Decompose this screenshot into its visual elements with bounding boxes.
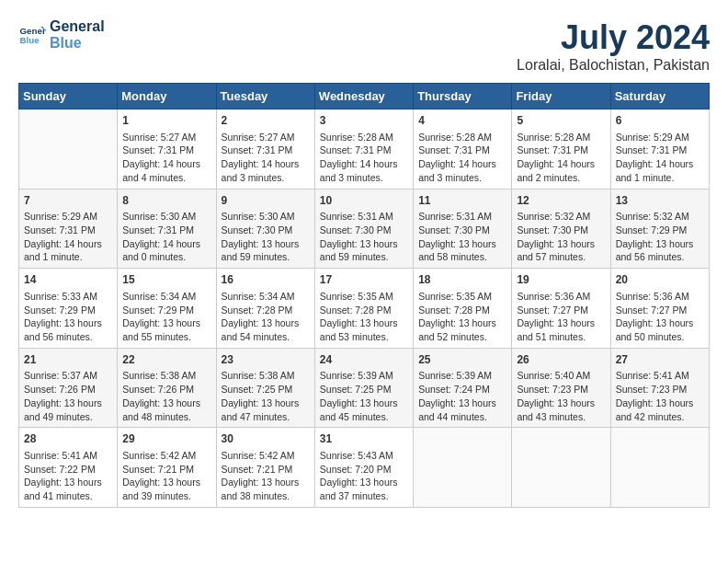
calendar-cell: 28Sunrise: 5:41 AM Sunset: 7:22 PM Dayli… [19, 428, 118, 508]
month-title: July 2024 [517, 18, 710, 57]
calendar-cell: 23Sunrise: 5:38 AM Sunset: 7:25 PM Dayli… [216, 348, 314, 428]
calendar-cell: 5Sunrise: 5:28 AM Sunset: 7:31 PM Daylig… [512, 109, 610, 190]
calendar-header: SundayMondayTuesdayWednesdayThursdayFrid… [19, 84, 710, 109]
calendar-cell: 22Sunrise: 5:38 AM Sunset: 7:26 PM Dayli… [118, 348, 216, 428]
day-info: Sunrise: 5:31 AM Sunset: 7:30 PM Dayligh… [320, 210, 408, 264]
day-number: 2 [222, 113, 310, 129]
calendar-cell: 10Sunrise: 5:31 AM Sunset: 7:30 PM Dayli… [314, 189, 413, 269]
day-info: Sunrise: 5:38 AM Sunset: 7:26 PM Dayligh… [122, 369, 210, 423]
calendar-cell: 1Sunrise: 5:27 AM Sunset: 7:31 PM Daylig… [118, 109, 216, 190]
header-sunday: Sunday [19, 84, 118, 109]
day-info: Sunrise: 5:28 AM Sunset: 7:31 PM Dayligh… [418, 131, 506, 185]
day-info: Sunrise: 5:41 AM Sunset: 7:23 PM Dayligh… [616, 369, 704, 423]
calendar-body: 1Sunrise: 5:27 AM Sunset: 7:31 PM Daylig… [19, 109, 710, 508]
day-number: 14 [24, 272, 112, 288]
day-info: Sunrise: 5:35 AM Sunset: 7:28 PM Dayligh… [418, 290, 506, 344]
logo-icon: General Blue [18, 21, 46, 49]
day-number: 4 [418, 113, 506, 129]
week-row-1: 1Sunrise: 5:27 AM Sunset: 7:31 PM Daylig… [19, 109, 710, 190]
day-number: 15 [122, 272, 210, 288]
day-number: 31 [320, 431, 408, 447]
day-number: 18 [418, 272, 506, 288]
day-info: Sunrise: 5:28 AM Sunset: 7:31 PM Dayligh… [517, 131, 605, 185]
week-row-3: 14Sunrise: 5:33 AM Sunset: 7:29 PM Dayli… [19, 269, 710, 349]
calendar-cell: 13Sunrise: 5:32 AM Sunset: 7:29 PM Dayli… [610, 189, 709, 269]
calendar-cell: 14Sunrise: 5:33 AM Sunset: 7:29 PM Dayli… [19, 269, 118, 349]
header-monday: Monday [118, 84, 216, 109]
day-number: 24 [320, 352, 408, 368]
day-number: 11 [418, 193, 506, 209]
day-info: Sunrise: 5:35 AM Sunset: 7:28 PM Dayligh… [320, 290, 408, 344]
day-number: 7 [24, 193, 112, 209]
day-number: 25 [418, 352, 506, 368]
header-wednesday: Wednesday [314, 84, 413, 109]
week-row-2: 7Sunrise: 5:29 AM Sunset: 7:31 PM Daylig… [19, 189, 710, 269]
day-number: 1 [122, 113, 210, 129]
day-number: 8 [122, 193, 210, 209]
calendar-cell: 21Sunrise: 5:37 AM Sunset: 7:26 PM Dayli… [19, 348, 118, 428]
calendar-cell: 15Sunrise: 5:34 AM Sunset: 7:29 PM Dayli… [118, 269, 216, 349]
header-row: SundayMondayTuesdayWednesdayThursdayFrid… [19, 84, 710, 109]
day-number: 28 [24, 431, 112, 447]
calendar-cell: 3Sunrise: 5:28 AM Sunset: 7:31 PM Daylig… [314, 109, 413, 190]
day-info: Sunrise: 5:27 AM Sunset: 7:31 PM Dayligh… [222, 131, 310, 185]
day-number: 9 [222, 193, 310, 209]
day-info: Sunrise: 5:36 AM Sunset: 7:27 PM Dayligh… [517, 290, 605, 344]
calendar-cell: 25Sunrise: 5:39 AM Sunset: 7:24 PM Dayli… [414, 348, 512, 428]
calendar-cell: 12Sunrise: 5:32 AM Sunset: 7:30 PM Dayli… [512, 189, 610, 269]
header-friday: Friday [512, 84, 610, 109]
calendar-cell: 6Sunrise: 5:29 AM Sunset: 7:31 PM Daylig… [610, 109, 709, 190]
day-info: Sunrise: 5:33 AM Sunset: 7:29 PM Dayligh… [24, 290, 112, 344]
day-info: Sunrise: 5:29 AM Sunset: 7:31 PM Dayligh… [616, 131, 704, 185]
day-info: Sunrise: 5:34 AM Sunset: 7:29 PM Dayligh… [122, 290, 210, 344]
day-info: Sunrise: 5:32 AM Sunset: 7:29 PM Dayligh… [616, 210, 704, 264]
day-info: Sunrise: 5:41 AM Sunset: 7:22 PM Dayligh… [24, 449, 112, 503]
day-info: Sunrise: 5:43 AM Sunset: 7:20 PM Dayligh… [320, 449, 408, 503]
calendar-cell [414, 428, 512, 508]
week-row-4: 21Sunrise: 5:37 AM Sunset: 7:26 PM Dayli… [19, 348, 710, 428]
header-thursday: Thursday [414, 84, 512, 109]
calendar-cell: 20Sunrise: 5:36 AM Sunset: 7:27 PM Dayli… [610, 269, 709, 349]
calendar-cell: 19Sunrise: 5:36 AM Sunset: 7:27 PM Dayli… [512, 269, 610, 349]
calendar-table: SundayMondayTuesdayWednesdayThursdayFrid… [18, 83, 710, 508]
day-number: 17 [320, 272, 408, 288]
day-number: 20 [616, 272, 704, 288]
day-info: Sunrise: 5:27 AM Sunset: 7:31 PM Dayligh… [122, 131, 210, 185]
logo-general: General [50, 18, 105, 35]
day-info: Sunrise: 5:29 AM Sunset: 7:31 PM Dayligh… [24, 210, 112, 264]
day-info: Sunrise: 5:32 AM Sunset: 7:30 PM Dayligh… [517, 210, 605, 264]
svg-text:Blue: Blue [20, 35, 40, 45]
day-number: 29 [122, 431, 210, 447]
day-number: 3 [320, 113, 408, 129]
calendar-cell [19, 109, 118, 190]
day-number: 23 [222, 352, 310, 368]
calendar-cell: 31Sunrise: 5:43 AM Sunset: 7:20 PM Dayli… [314, 428, 413, 508]
day-info: Sunrise: 5:39 AM Sunset: 7:25 PM Dayligh… [320, 369, 408, 423]
calendar-cell: 4Sunrise: 5:28 AM Sunset: 7:31 PM Daylig… [414, 109, 512, 190]
calendar-cell: 2Sunrise: 5:27 AM Sunset: 7:31 PM Daylig… [216, 109, 314, 190]
calendar-cell: 24Sunrise: 5:39 AM Sunset: 7:25 PM Dayli… [314, 348, 413, 428]
day-number: 22 [122, 352, 210, 368]
calendar-cell: 11Sunrise: 5:31 AM Sunset: 7:30 PM Dayli… [414, 189, 512, 269]
day-number: 6 [616, 113, 704, 129]
header-tuesday: Tuesday [216, 84, 314, 109]
day-number: 16 [222, 272, 310, 288]
day-info: Sunrise: 5:31 AM Sunset: 7:30 PM Dayligh… [418, 210, 506, 264]
day-number: 13 [616, 193, 704, 209]
calendar-cell: 16Sunrise: 5:34 AM Sunset: 7:28 PM Dayli… [216, 269, 314, 349]
day-info: Sunrise: 5:30 AM Sunset: 7:30 PM Dayligh… [222, 210, 310, 264]
day-number: 30 [222, 431, 310, 447]
day-number: 5 [517, 113, 605, 129]
day-number: 27 [616, 352, 704, 368]
day-number: 10 [320, 193, 408, 209]
day-number: 19 [517, 272, 605, 288]
day-number: 26 [517, 352, 605, 368]
calendar-cell: 29Sunrise: 5:42 AM Sunset: 7:21 PM Dayli… [118, 428, 216, 508]
day-info: Sunrise: 5:37 AM Sunset: 7:26 PM Dayligh… [24, 369, 112, 423]
location: Loralai, Balochistan, Pakistan [517, 57, 710, 74]
day-info: Sunrise: 5:30 AM Sunset: 7:31 PM Dayligh… [122, 210, 210, 264]
calendar-cell: 27Sunrise: 5:41 AM Sunset: 7:23 PM Dayli… [610, 348, 709, 428]
calendar-cell: 9Sunrise: 5:30 AM Sunset: 7:30 PM Daylig… [216, 189, 314, 269]
logo: General Blue General Blue [18, 18, 105, 51]
calendar-cell: 18Sunrise: 5:35 AM Sunset: 7:28 PM Dayli… [414, 269, 512, 349]
